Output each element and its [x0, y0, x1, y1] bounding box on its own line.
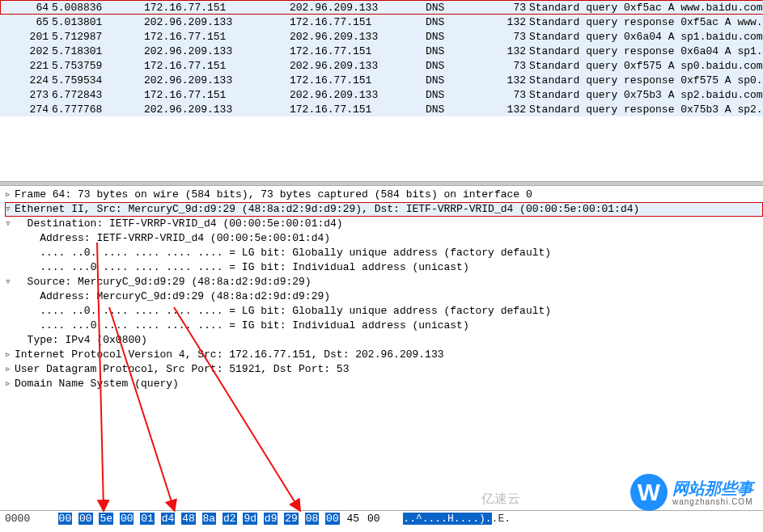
col-len: 132	[474, 74, 529, 87]
detail-line[interactable]: ▹Frame 64: 73 bytes on wire (584 bits), …	[5, 188, 763, 202]
col-len: 73	[474, 31, 529, 43]
detail-line[interactable]: ▿ Source: MercuryC_9d:d9:29 (48:8a:d2:9d…	[5, 275, 763, 289]
detail-line[interactable]: ▹Internet Protocol Version 4, Src: 172.1…	[5, 348, 763, 362]
detail-line[interactable]: .... ..0. .... .... .... .... = LG bit: …	[5, 246, 763, 260]
detail-text: Internet Protocol Version 4, Src: 172.16…	[15, 348, 444, 361]
hex-byte[interactable]: 29	[284, 513, 299, 525]
packet-list[interactable]: 645.008836172.16.77.151202.96.209.133DNS…	[0, 0, 763, 116]
hex-byte[interactable]: 08	[305, 513, 320, 525]
col-len: 132	[474, 45, 529, 57]
packet-row[interactable]: 2736.772843172.16.77.151202.96.209.133DN…	[0, 87, 763, 102]
detail-line[interactable]: Type: IPv4 (0x0800)	[5, 333, 763, 348]
detail-text: Ethernet II, Src: MercuryC_9d:d9:29 (48:…	[15, 203, 639, 215]
col-dst: 172.16.77.151	[290, 103, 426, 116]
col-no: 273	[0, 89, 52, 101]
hex-byte[interactable]: 00	[367, 513, 381, 525]
packet-row[interactable]: 2245.759534202.96.209.133172.16.77.151DN…	[0, 73, 763, 87]
col-time: 5.753759	[52, 60, 141, 72]
hex-byte[interactable]: 00	[78, 513, 93, 525]
col-no: 65	[0, 16, 52, 28]
detail-text: Type: IPv4 (0x0800)	[28, 334, 147, 346]
expand-caret-icon[interactable]: ▹	[5, 348, 15, 362]
col-info: Standard query response 0x75b3 A sp2.ba	[529, 103, 763, 116]
packet-row[interactable]: 2215.753759172.16.77.151202.96.209.133DN…	[0, 58, 763, 73]
detail-line[interactable]: ▿ Destination: IETF-VRRP-VRID_d4 (00:00:…	[5, 217, 763, 231]
hex-byte[interactable]: d9	[264, 513, 278, 525]
col-proto: DNS	[426, 31, 474, 43]
expand-caret-icon[interactable]: ▹	[5, 188, 15, 202]
hex-byte[interactable]: 45	[346, 513, 361, 525]
hex-byte[interactable]: 01	[140, 513, 155, 525]
hex-byte[interactable]: d2	[223, 513, 237, 525]
detail-line[interactable]: .... ...0 .... .... .... .... = IG bit: …	[5, 319, 763, 333]
expand-caret-icon[interactable]: ▿	[5, 275, 15, 289]
detail-line[interactable]: .... ...0 .... .... .... .... = IG bit: …	[5, 260, 763, 275]
col-proto: DNS	[426, 45, 474, 57]
col-proto: DNS	[426, 2, 474, 14]
detail-line[interactable]: Address: MercuryC_9d:d9:29 (48:8a:d2:9d:…	[5, 289, 763, 304]
hex-byte[interactable]: 00	[325, 513, 340, 525]
col-dst: 172.16.77.151	[290, 74, 426, 87]
hex-ascii: ..^....H....)..E.	[387, 513, 511, 525]
col-proto: DNS	[426, 103, 474, 116]
col-proto: DNS	[426, 16, 474, 28]
detail-line[interactable]: .... ..0. .... .... .... .... = LG bit: …	[5, 304, 763, 319]
detail-text: .... ..0. .... .... .... .... = LG bit: …	[40, 305, 551, 317]
packet-row[interactable]: 2025.718301202.96.209.133172.16.77.151DN…	[0, 44, 763, 58]
hex-byte[interactable]: 48	[181, 513, 196, 525]
col-info: Standard query response 0x6a04 A sp1.ba	[529, 45, 763, 57]
detail-line[interactable]: ▹User Datagram Protocol, Src Port: 51921…	[5, 362, 763, 377]
detail-text: .... ...0 .... .... .... .... = IG bit: …	[40, 261, 469, 273]
col-dst: 172.16.77.151	[290, 45, 426, 57]
hex-byte[interactable]: 9d	[243, 513, 257, 525]
col-src: 202.96.209.133	[141, 74, 290, 87]
col-proto: DNS	[426, 89, 474, 101]
packet-details[interactable]: ▹Frame 64: 73 bytes on wire (584 bits), …	[0, 186, 763, 393]
col-dst: 202.96.209.133	[290, 31, 426, 43]
col-src: 202.96.209.133	[141, 45, 290, 57]
watermark-logo-icon: W	[630, 474, 668, 511]
col-info: Standard query 0x6a04 A sp1.baidu.com	[529, 31, 763, 43]
col-no: 202	[0, 45, 52, 57]
col-time: 5.013801	[52, 16, 141, 28]
packet-row[interactable]: 2015.712987172.16.77.151202.96.209.133DN…	[0, 29, 763, 44]
col-info: Standard query response 0xf5ac A www.ba	[529, 16, 763, 28]
col-proto: DNS	[426, 74, 474, 87]
col-info: Standard query response 0xf575 A sp0.ba	[529, 74, 763, 87]
detail-text: Frame 64: 73 bytes on wire (584 bits), 7…	[15, 188, 532, 201]
hex-byte[interactable]: 00	[58, 513, 73, 525]
detail-line[interactable]: ▹Domain Name System (query)	[5, 377, 763, 391]
col-time: 5.712987	[52, 31, 141, 43]
col-src: 172.16.77.151	[141, 2, 290, 14]
expand-caret-icon[interactable]: ▿	[5, 202, 15, 217]
hex-offset: 0000	[0, 513, 45, 525]
hex-byte[interactable]: 5e	[99, 513, 113, 525]
packet-row[interactable]: 2746.777768202.96.209.133172.16.77.151DN…	[0, 102, 763, 116]
hex-byte[interactable]: 8a	[202, 513, 217, 525]
hex-dump[interactable]: 0000 00 00 5e 00 01 d4 48 8a d2 9d d9 29…	[0, 510, 763, 532]
packet-row[interactable]: 655.013801202.96.209.133172.16.77.151DNS…	[0, 15, 763, 29]
spacer	[0, 116, 763, 181]
detail-line[interactable]: ▿Ethernet II, Src: MercuryC_9d:d9:29 (48…	[5, 202, 763, 217]
expand-caret-icon[interactable]: ▹	[5, 362, 15, 377]
detail-line[interactable]: Address: IETF-VRRP-VRID_d4 (00:00:5e:00:…	[5, 231, 763, 246]
expand-caret-icon[interactable]: ▹	[5, 377, 15, 391]
hex-byte[interactable]: d4	[161, 513, 176, 525]
col-no: 221	[0, 60, 52, 72]
col-proto: DNS	[426, 60, 474, 72]
col-dst: 172.16.77.151	[290, 16, 426, 28]
expand-caret-icon[interactable]: ▿	[5, 217, 15, 231]
col-dst: 202.96.209.133	[290, 89, 426, 101]
col-dst: 202.96.209.133	[290, 2, 426, 14]
col-info: Standard query 0xf575 A sp0.baidu.com	[529, 60, 763, 72]
detail-text: Address: MercuryC_9d:d9:29 (48:8a:d2:9d:…	[40, 290, 330, 302]
watermark-yisu: 亿速云	[481, 491, 520, 508]
watermark-cn: 网站那些事	[672, 479, 753, 497]
hex-byte[interactable]: 00	[120, 513, 134, 525]
col-info: Standard query 0x75b3 A sp2.baidu.com	[529, 89, 763, 101]
col-len: 73	[474, 60, 529, 72]
col-len: 73	[474, 89, 529, 101]
col-dst: 202.96.209.133	[290, 60, 426, 72]
col-no: 64	[0, 2, 52, 14]
packet-row[interactable]: 645.008836172.16.77.151202.96.209.133DNS…	[0, 0, 763, 15]
